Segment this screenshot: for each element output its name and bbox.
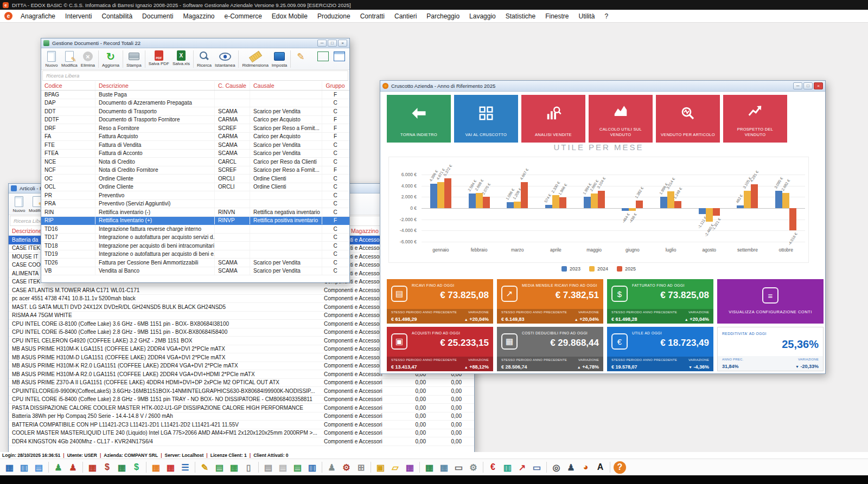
table-row[interactable]: RINRettifica inventario (-)RINVNRettific…: [41, 208, 349, 217]
table-row[interactable]: RIPRettifica Inventario (+)RINVPRettific…: [41, 217, 349, 225]
nav-button-prospetto-del-venduto[interactable]: PROSPETTO DEL VENDUTO: [723, 95, 787, 143]
toolbar-button-ridimensiona[interactable]: Ridimensiona: [240, 49, 270, 68]
document-remove-icon[interactable]: ▤: [277, 461, 289, 474]
toolbar-button-elimina[interactable]: Elimina: [79, 49, 97, 68]
toolbar-button-modifica[interactable]: Modifica: [60, 49, 79, 68]
table-row[interactable]: COOLER MASTER MASTERLIQUID LITE 240 (Liq…: [9, 429, 474, 438]
documents-search-input[interactable]: Ricerca Libera: [42, 70, 348, 81]
maximize-icon[interactable]: □: [803, 82, 813, 89]
table-row[interactable]: DDR4 KINGSTON 4Gb 2400Mhz - CL17 - KVR24…: [9, 437, 474, 446]
minimize-icon[interactable]: ─: [317, 40, 327, 47]
table-row[interactable]: BPAGBuste PagaF: [41, 91, 349, 99]
chart-bars-icon[interactable]: ▥: [501, 461, 514, 474]
remote-icon[interactable]: ▭: [531, 461, 543, 474]
tools-icon[interactable]: ⚙: [467, 461, 480, 474]
shopping-cart-icon[interactable]: ⊞: [355, 461, 367, 474]
menu-item-produzione[interactable]: Produzione: [312, 12, 355, 20]
menu-item-magazzino[interactable]: Magazzino: [178, 12, 219, 20]
table-row[interactable]: DDTFDocumento di Trasporto FornitoreCARM…: [41, 116, 349, 125]
kpi-card-acquisti-fino-ad-oggi[interactable]: ▣ACQUISTI FINO AD OGGI€ 25.233,15STESSO …: [387, 327, 493, 371]
menu-item-cantieri[interactable]: Cantieri: [390, 12, 422, 20]
menu-item-contabilit[interactable]: Contabilità: [97, 12, 137, 20]
toolbar-button-nuovo[interactable]: Nuovo: [11, 195, 27, 213]
table-row[interactable]: TD16Integrazione fattura reverse charge …: [41, 225, 349, 234]
kpi-card-media-mensile-ricavi-fino-ad-oggi[interactable]: ↗MEDIA MENSILE RICAVI FINO AD OGGI€ 7.38…: [497, 279, 603, 324]
document-green-icon[interactable]: ▤: [213, 461, 226, 474]
menu-item-utilit[interactable]: Utilità: [574, 12, 600, 20]
toolbar-button-salva-pdf[interactable]: PDFSalva PDF: [147, 49, 171, 66]
calendar-icon[interactable]: ▦: [3, 461, 16, 474]
table-row[interactable]: TD19Integrazione o autofattura per acqui…: [41, 250, 349, 259]
table-row[interactable]: FTEAFattura di AccontoSCAMAScarico per V…: [41, 150, 349, 158]
monitor-icon[interactable]: ▭: [452, 461, 465, 474]
kpi-card-costi-deducibili-fino-ad-oggi[interactable]: ▦COSTI DEDUCIBILI FINO AD OGGI€ 29.868,4…: [497, 327, 603, 371]
dashboard-window-title-bar[interactable]: Cruscotto Azienda - Anno di Riferimento …: [380, 81, 825, 92]
grid-icon[interactable]: ▦: [438, 461, 450, 474]
kpi-card-fatturato-fino-ad-oggi[interactable]: $FATTURATO FINO AD OGGI€ 73.825,08STESSO…: [607, 279, 713, 324]
interventions-calendar-icon[interactable]: ▦: [86, 461, 99, 474]
documents-window-title-bar[interactable]: Gestione Documenti - Record Totali 22 ─ …: [41, 38, 349, 48]
chart-line-icon[interactable]: ↗: [516, 461, 528, 474]
planner-icon[interactable]: ▥: [18, 461, 30, 474]
table-row[interactable]: OCOrdine ClienteORCLIOrdine ClientiC: [41, 175, 349, 183]
table-row[interactable]: Batteria 38Wh per Hp Compaq 250 Serie - …: [9, 412, 474, 421]
app-title-bar[interactable]: e DITTA - EDOX BASIC © C.S.S. Informatic…: [0, 0, 868, 10]
menu-item-anagrafiche[interactable]: Anagrafiche: [16, 12, 60, 20]
table-config-icon[interactable]: ▦: [423, 461, 436, 474]
users-group-icon[interactable]: ♟: [326, 461, 338, 474]
toolbar-button-istantanea[interactable]: Istantanea: [213, 49, 237, 68]
toolbar-button-ricerca[interactable]: Ricerca: [195, 49, 213, 68]
table-row[interactable]: NCFNota di Credito FornitoreSCREFScarico…: [41, 166, 349, 175]
table-row[interactable]: NCENota di CreditoCARCLCarico per Reso d…: [41, 158, 349, 166]
expiry-calendar-icon[interactable]: ▦: [164, 461, 177, 474]
table-row[interactable]: OCLOrdine ClienteORCLIOrdine ClientiC: [41, 183, 349, 192]
table-row[interactable]: PRPreventivoC: [41, 191, 349, 200]
nav-button-torna-indietro[interactable]: TORNA INDIETRO: [387, 95, 451, 143]
table-row[interactable]: TD18Integrazione per acquisto di beni in…: [41, 242, 349, 250]
table-row[interactable]: TD17Integrazione o autofattura per acqui…: [41, 234, 349, 242]
table-row[interactable]: PRAPreventivo (Servizi Aggiuntivi)C: [41, 200, 349, 209]
table-row[interactable]: FTEFattura di VenditaSCAMAScarico per Ve…: [41, 141, 349, 150]
menu-item-parcheggio[interactable]: Parcheggio: [422, 12, 464, 20]
menu-item-[interactable]: ?: [600, 12, 614, 20]
letter-a-icon[interactable]: A: [594, 461, 607, 474]
menu-item-edox-mobile[interactable]: Edox Mobile: [267, 12, 312, 20]
payments-calendar-icon[interactable]: ▦: [116, 461, 128, 474]
table-row[interactable]: TD26Fattura per Cessione Beni Ammortizza…: [41, 259, 349, 267]
notes-icon[interactable]: ✎: [199, 461, 211, 474]
help-icon[interactable]: ?: [614, 461, 626, 474]
nav-button-vai-al-cruscotto[interactable]: VAI AL CRUSCOTTO: [454, 95, 518, 143]
table-row[interactable]: DDTDocumento di TrasportoSCAMAScarico pe…: [41, 107, 349, 116]
customer-icon[interactable]: ♟: [52, 461, 65, 474]
kpi-card-visualizza-configurazione-conti[interactable]: ≡VISUALIZZA CONFIGURAZIONE CONTI: [717, 279, 824, 324]
org-chart-icon[interactable]: ⚙: [340, 461, 353, 474]
pie-chart-icon[interactable]: ◕: [579, 461, 592, 474]
package-icon[interactable]: ▣: [374, 461, 387, 474]
steering-wheel-icon[interactable]: ◎: [550, 461, 563, 474]
menu-item-contratti[interactable]: Contratti: [355, 12, 390, 20]
spreadsheet-icon[interactable]: ▤: [33, 461, 45, 474]
folder-icon[interactable]: ▱: [389, 461, 401, 474]
toolbar-button-imposta[interactable]: Imposta: [270, 49, 289, 68]
menu-item-e-commerce[interactable]: e-Commerce: [220, 12, 267, 20]
lists-icon[interactable]: ☰: [179, 461, 192, 474]
kpi-card-utile-ad-oggi[interactable]: €UTILE AD OGGI€ 18.723,49STESSO PERIODO …: [607, 327, 713, 371]
toolbar-button-pencil[interactable]: [292, 49, 309, 63]
toolbar-button-salva-xls[interactable]: XSalva.xls: [171, 49, 192, 66]
close-icon[interactable]: ×: [814, 82, 823, 89]
supplier-icon[interactable]: ♟: [67, 461, 79, 474]
menu-item-interventi[interactable]: Interventi: [60, 12, 97, 20]
table-row[interactable]: BATTERIA COMPATIBILE CON HP L11421-2C3 L…: [9, 421, 474, 429]
close-icon[interactable]: ×: [338, 40, 347, 47]
nav-button-venduto-per-articolo[interactable]: VENDUTO PER ARTICOLO: [656, 95, 720, 143]
trash-icon[interactable]: ▯: [242, 461, 255, 474]
table-row[interactable]: VBVendita al BancoSCAMAScarico per Vendi…: [41, 267, 349, 276]
menu-item-lavaggio[interactable]: Lavaggio: [464, 12, 501, 20]
deadlines-calendar-icon[interactable]: ▦: [150, 461, 162, 474]
table-row[interactable]: MB ASUS PRIME Z370-A II LGA1151 (COFFEE …: [9, 379, 474, 388]
minimize-icon[interactable]: ─: [793, 82, 802, 89]
euro-icon[interactable]: €: [487, 461, 499, 474]
cash-icon[interactable]: $: [101, 461, 113, 474]
components-icon[interactable]: ▦: [404, 461, 416, 474]
toolbar-button-grid-green[interactable]: [315, 49, 331, 63]
